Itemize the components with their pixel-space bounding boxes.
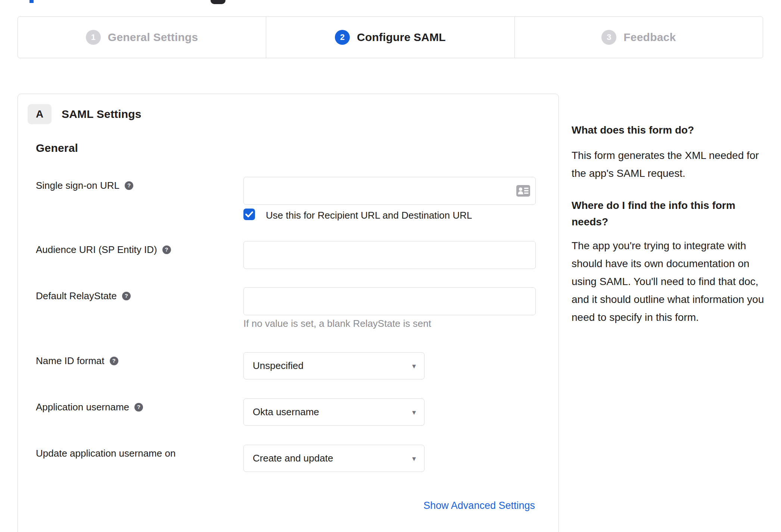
help-answer-what: This form generates the XML needed for t… <box>572 147 764 182</box>
step-number-badge: 3 <box>601 30 616 45</box>
audience-uri-input[interactable] <box>243 241 536 269</box>
update-username-select-wrap: Create and update ▾ <box>243 445 424 472</box>
section-a-badge: A <box>28 104 52 124</box>
step-label: General Settings <box>108 31 198 44</box>
nameid-format-select-wrap: Unspecified ▾ <box>243 352 424 379</box>
relaystate-label: Default RelayState <box>36 290 117 302</box>
nameid-format-select[interactable]: Unspecified ▾ <box>243 352 424 379</box>
saml-settings-panel: A SAML Settings General Single sign-on U… <box>18 94 559 532</box>
help-sidebar: What does this form do? This form genera… <box>572 123 764 326</box>
cutoff-title-fragment <box>29 0 34 3</box>
help-question-where: Where do I find the info this form needs… <box>572 197 764 230</box>
general-section-heading: General <box>36 142 78 154</box>
app-username-label-row: Application username ? <box>36 401 143 413</box>
step-number-badge: 2 <box>335 30 350 45</box>
help-icon[interactable]: ? <box>134 403 143 411</box>
step-label: Configure SAML <box>357 31 446 44</box>
nameid-format-label: Name ID format <box>36 354 105 367</box>
sso-url-label: Single sign-on URL <box>36 179 119 192</box>
app-username-value: Okta username <box>253 406 319 418</box>
update-username-label-row: Update application username on <box>36 447 175 460</box>
help-icon[interactable]: ? <box>162 245 171 254</box>
relaystate-hint: If no value is set, a blank RelayState i… <box>243 318 431 329</box>
update-username-value: Create and update <box>253 453 333 464</box>
sso-url-label-row: Single sign-on URL ? <box>36 179 133 192</box>
update-username-select[interactable]: Create and update ▾ <box>243 445 424 472</box>
relaystate-input[interactable] <box>243 287 536 315</box>
chevron-down-icon: ▾ <box>412 408 416 417</box>
help-question-what: What does this form do? <box>572 123 764 138</box>
step-general-settings[interactable]: 1 General Settings <box>18 17 266 58</box>
sso-url-field-wrap <box>243 177 536 205</box>
cutoff-icon-fragment <box>211 0 225 4</box>
help-icon[interactable]: ? <box>122 292 131 300</box>
wizard-stepper: 1 General Settings 2 Configure SAML 3 Fe… <box>18 16 763 58</box>
step-label: Feedback <box>623 31 676 44</box>
use-for-recipient-checkbox[interactable] <box>243 209 255 220</box>
audience-uri-label-row: Audience URI (SP Entity ID) ? <box>36 243 171 256</box>
contact-card-icon <box>516 185 530 197</box>
help-icon[interactable]: ? <box>110 357 118 365</box>
app-username-select[interactable]: Okta username ▾ <box>243 398 424 426</box>
update-username-label: Update application username on <box>36 447 175 460</box>
help-icon[interactable]: ? <box>125 181 133 190</box>
chevron-down-icon: ▾ <box>412 454 416 463</box>
show-advanced-settings-link[interactable]: Show Advanced Settings <box>423 500 535 511</box>
chevron-down-icon: ▾ <box>412 362 416 370</box>
audience-uri-label: Audience URI (SP Entity ID) <box>36 243 157 256</box>
step-feedback[interactable]: 3 Feedback <box>514 17 763 58</box>
panel-title: SAML Settings <box>62 104 141 124</box>
step-configure-saml[interactable]: 2 Configure SAML <box>266 17 514 58</box>
app-username-label: Application username <box>36 401 129 413</box>
checkmark-icon <box>245 211 253 218</box>
app-username-select-wrap: Okta username ▾ <box>243 398 424 426</box>
nameid-format-label-row: Name ID format ? <box>36 354 118 367</box>
nameid-format-value: Unspecified <box>253 360 304 372</box>
use-for-recipient-label[interactable]: Use this for Recipient URL and Destinati… <box>266 209 472 222</box>
relaystate-label-row: Default RelayState ? <box>36 290 131 302</box>
sso-url-input[interactable] <box>243 177 536 205</box>
step-number-badge: 1 <box>86 30 101 45</box>
help-answer-where: The app you're trying to integrate with … <box>572 237 764 326</box>
